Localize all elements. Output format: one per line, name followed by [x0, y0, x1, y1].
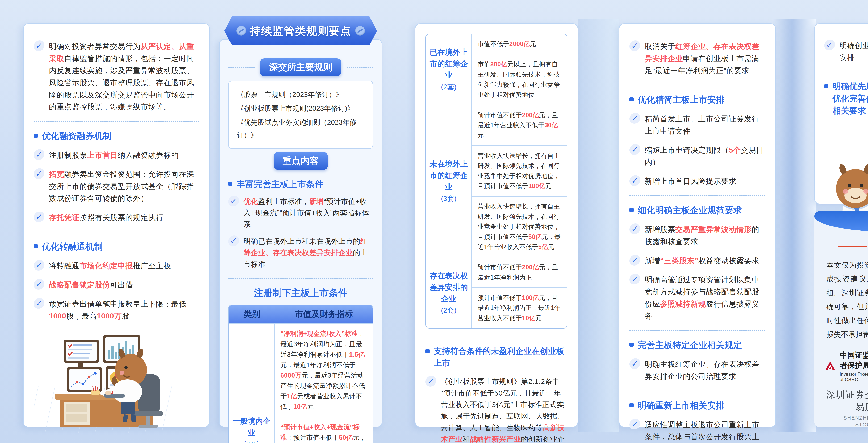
highlighted-text: 5亿: [538, 243, 548, 250]
check-icon: ✓: [629, 113, 641, 124]
highlighted-text: 拓宽: [49, 170, 64, 178]
highlighted-text: 100亿: [528, 182, 545, 189]
red-rule-line: [838, 246, 867, 247]
text-segment: 取消关于: [645, 42, 675, 51]
badge-key-content: 重点内容: [274, 152, 328, 170]
text-segment: 预计市值不低于: [477, 112, 522, 119]
text-segment: 新增: [645, 257, 660, 265]
text-segment: 明确已在境外上市和未在境外上市的: [244, 237, 360, 245]
section-heading-text: 优化转融通机制: [42, 240, 103, 253]
main-board-conditions-table-continued: 已在境外上市的红筹企业(2套)市值不低于2000亿元市值200亿元以上，且拥有自…: [426, 33, 567, 329]
table-header-metrics: 市值及财务指标: [275, 305, 373, 323]
check-icon: ✓: [33, 211, 45, 222]
panel3-content: 支持符合条件的未盈利企业在创业板上市✓《创业板股票上市规则》第2.1.2条中“预…: [426, 336, 567, 443]
section-heading-text: 丰富完善主板上市条件: [237, 178, 323, 190]
check-item: ✓明确创业板退市公司重新上市的总体安排: [824, 39, 868, 64]
check-item: ✓明确主板红筹企业、存在表决权差异安排企业的公司治理要求: [629, 358, 766, 382]
szse-logo: 深圳证券交易所 SHENZHENSTOCK EXCHANGE: [825, 389, 868, 427]
row-label-text: 已在境外上市的红筹企业: [428, 47, 469, 81]
panel5-card: ✓明确创业板退市公司重新上市的总体安排明确优先股发行审核与承销安排，优化完善优先…: [814, 24, 868, 204]
check-item: ✓战略配售锁定股份可出借: [34, 279, 199, 291]
check-item-text: 明确高管通过专项资管计划以集中竞价方式减持参与战略配售获配股份应参照减持新规履行…: [645, 274, 766, 322]
section-heading-text: 明确优先股发行审核与承销安排，优化完善优先股交易、信息披露等相关要求: [833, 80, 868, 117]
check-icon: ✓: [629, 358, 641, 369]
section-heading-text: 优化精简主板上市安排: [638, 93, 724, 106]
section-heading: 优化转融通机制: [34, 240, 199, 253]
szse-name-cn: 深圳证券交易所: [825, 389, 868, 413]
dashed-line: [228, 67, 255, 67]
highlighted-text: 2000亿: [509, 40, 530, 48]
screw-icon: [237, 26, 246, 36]
disclaimer-panel: 免责声明 本文仅为投资者教育之目的而发布，不构成投资建议。投资者据此操作，风险自…: [814, 211, 868, 427]
table-row-cells: 市值不低于2000亿元市值200亿元以上，且拥有自主研发、国际领先技术，科技创新…: [472, 34, 567, 105]
text-segment: 元，最近1年净利润不低于: [280, 361, 356, 368]
text-segment: 股，最高: [66, 312, 97, 320]
section-heading: 细化明确主板企业规范要求: [629, 204, 766, 217]
highlighted-text: “三类股东”: [660, 257, 699, 265]
highlighted-text: 5个: [729, 146, 741, 154]
check-item-text: 存托凭证按照有关股票的规定执行: [49, 211, 163, 224]
highlighted-text: 30亿: [545, 122, 558, 129]
square-bullet-icon: [629, 208, 633, 212]
panel-ongoing-supervision-rules: 持续监管类规则要点 深交所主要规则 《股票上市规则（2023年修订）》《创业板股…: [219, 17, 382, 427]
text-segment: 纳入融资融券标的: [118, 151, 179, 159]
panel-continued-supervision-items: ✓明确对投资者异常交易行为从严认定、从重采取自律监管措施的情形，包括：一定时间内…: [23, 24, 210, 427]
check-item-text: 放宽证券出借单笔申报数量上下限：最低1000股，最高1000万股: [49, 298, 199, 322]
section-heading-text: 明确重新上市相关安排: [638, 399, 724, 412]
check-item-text: 明确创业板退市公司重新上市的总体安排: [840, 39, 868, 64]
check-icon: ✓: [629, 255, 641, 266]
square-bullet-icon: [34, 134, 38, 138]
table-cell: 预计市值不低于200亿元，且最近1年净利润为正: [472, 257, 567, 287]
section-heading-text: 完善主板特定企业相关规定: [638, 339, 742, 352]
table-cell: “预计市值+收入+现金流”标准：预计市值不低于50亿元，且最近1年净利润为正，最…: [275, 417, 373, 443]
row-label-count: (2套): [441, 82, 457, 92]
highlighted-text: 50亿: [528, 233, 542, 240]
panel-listing-conditions-continued: 已在境外上市的红筹企业(2套)市值不低于2000亿元市值200亿元以上，且拥有自…: [415, 24, 578, 427]
section-heading: 支持符合条件的未盈利企业在创业板上市: [426, 345, 567, 369]
table-row-label: 存在表决权差异安排的企业(2套): [426, 257, 472, 328]
text-segment: 可出借: [110, 280, 133, 289]
text-segment: 新增股票: [645, 225, 675, 234]
check-item-text: 优化盈利上市标准，新增“预计市值+收入+现金流”“预计市值+收入”两套指标体系: [244, 196, 373, 230]
check-item-text: 明确对投资者异常交易行为从严认定、从重采取自律监管措施的情形，包括：一定时间内反…: [49, 40, 199, 113]
highlighted-text: 战略配售锁定股份: [49, 280, 110, 289]
dashed-divider: [426, 336, 567, 337]
section-heading-text: 支持符合条件的未盈利企业在创业板上市: [434, 345, 567, 369]
dashed-divider: [34, 121, 199, 122]
dashed-divider: [824, 72, 868, 72]
section-heading: 优化融资融券机制: [34, 130, 199, 142]
table-cell: 市值不低于2000亿元: [472, 34, 567, 54]
table-cell: 预计市值不低于100亿元，且最近1年净利润为正，最近1年营业收入不低于10亿元: [472, 287, 567, 328]
check-icon: ✓: [33, 279, 45, 290]
text-segment: 按照有关股票的规定执行: [80, 213, 163, 222]
bull-mascot: [836, 164, 868, 216]
table-row-cells: 预计市值不低于200亿元，且最近1年净利润为正预计市值不低于100亿元，且最近1…: [472, 257, 567, 328]
panel4-content: ✓取消关于红筹企业、存在表决权差异安排企业申请在创业板上市需满足“最近一年净利润…: [629, 40, 766, 443]
check-item: ✓明确对投资者异常交易行为从严认定、从重采取自律监管措施的情形，包括：一定时间内…: [34, 40, 199, 113]
table-cell: 市值200亿元以上，且拥有自主研发、国际领先技术，科技创新能力较强，在同行业竞争…: [472, 54, 567, 105]
table-row-label: 已在境外上市的红筹企业(2套): [426, 34, 472, 105]
highlighted-text: 战略性新兴产业: [470, 435, 521, 443]
page-fold-shadow: [773, 19, 816, 433]
panel-relisting-and-disclaimer: ✓明确创业板退市公司重新上市的总体安排明确优先股发行审核与承销安排，优化完善优先…: [814, 24, 868, 427]
check-item-text: 战略配售锁定股份可出借: [49, 279, 133, 291]
table-cell: 预计市值不低于200亿元，且最近1年营业收入不低于30亿元: [472, 105, 567, 145]
text-segment: 元: [530, 40, 536, 48]
check-icon: ✓: [629, 40, 641, 51]
highlighted-text: 6000万: [280, 372, 302, 379]
check-item: ✓适应性调整主板退市公司重新上市条件，总体与首次公开发行股票上市标准保持一致: [629, 419, 766, 443]
main-board-conditions-table: 类别市值及财务指标一般境内企业(3套)“净利润+现金流/收入”标准：最近3年净利…: [228, 304, 373, 443]
check-item: ✓新增“三类股东”权益变动披露要求: [629, 255, 766, 267]
dashed-line: [333, 160, 373, 161]
highlighted-text: 市场化约定申报: [80, 262, 133, 270]
highlighted-text: 优化: [244, 198, 258, 205]
row-label-count: (2套): [441, 305, 457, 316]
table-row-cells: 预计市值不低于200亿元，且最近1年营业收入不低于30亿元营业收入快速增长，拥有…: [472, 105, 567, 257]
highlighted-text: 50亿: [339, 434, 353, 441]
table-row: 存在表决权差异安排的企业(2套)预计市值不低于200亿元，且最近1年净利润为正预…: [426, 257, 567, 328]
check-item-text: 拓宽融券卖出资金投资范围：允许投向在深交所上市的债券交易型开放式基金（跟踪指数成…: [49, 168, 199, 205]
highlighted-text: 200亿: [522, 112, 539, 119]
check-item: ✓新增股票交易严重异常波动情形的披露和核查要求: [629, 224, 766, 248]
check-item: ✓注册制股票上市首日纳入融资融券标的: [34, 149, 199, 161]
check-item: ✓新增上市首日风险提示要求: [629, 175, 766, 187]
